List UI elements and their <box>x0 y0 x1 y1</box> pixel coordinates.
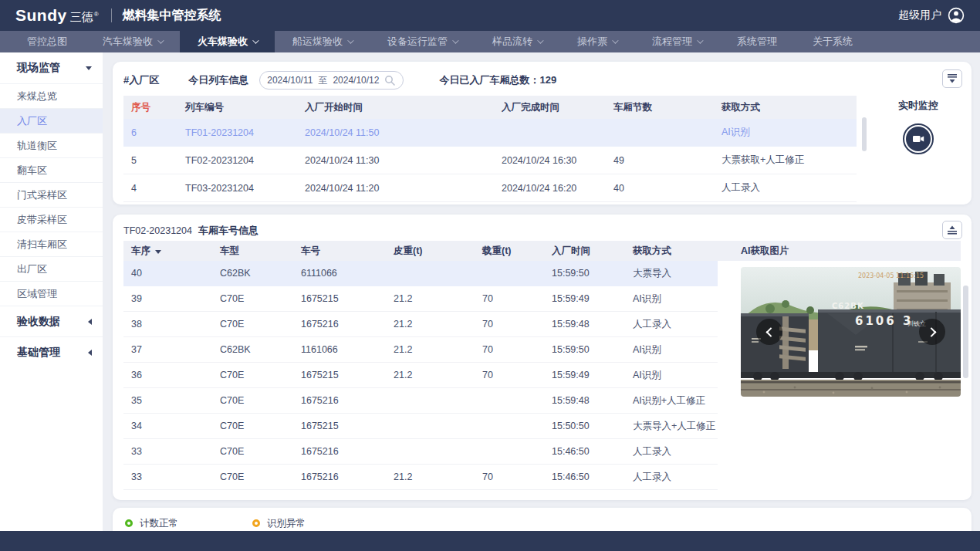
train-table-header: 序号 列车编号 入厂开始时间 入厂完成时间 车厢节数 获取方式 <box>123 96 857 119</box>
nav-tab-about[interactable]: 关于系统 <box>795 31 870 52</box>
cell-seq: 38 <box>123 319 212 330</box>
sidebar-item-belt-sampling[interactable]: 皮带采样区 <box>0 207 103 232</box>
wagon-row[interactable]: 33 C70E 1675216 15:46:50 人工录入 <box>123 439 718 465</box>
user-avatar-icon[interactable] <box>948 7 965 24</box>
cell-start-time: 2024/10/24 11:50 <box>297 127 494 138</box>
cell-seq: 34 <box>123 421 212 431</box>
nav-tab-overview[interactable]: 管控总图 <box>9 31 85 52</box>
cell-seq: 37 <box>123 344 212 355</box>
wagon-row[interactable]: 36 C70E 1675215 21.2 70 15:59:49 AI识别 <box>123 363 718 388</box>
wagon-row[interactable]: 39 C70E 1675215 21.2 70 15:59:49 AI识别 <box>123 286 718 312</box>
cell-train-code: TF01-20231204 <box>177 127 297 138</box>
sidebar-item-dumper-area[interactable]: 翻车区 <box>0 157 103 182</box>
cell-seq: 39 <box>123 293 212 304</box>
cell-time: 15:46:50 <box>544 446 625 457</box>
date-range-separator: 至 <box>318 74 327 87</box>
green-status-ring-icon <box>125 519 133 527</box>
nav-tab-ticket[interactable]: 操作票 <box>559 31 634 52</box>
sidebar-item-exit-area[interactable]: 出厂区 <box>0 256 103 281</box>
train-code-label: TF02-20231204 <box>123 225 192 236</box>
video-monitor-button[interactable] <box>903 123 934 154</box>
collapse-panel-button[interactable] <box>942 69 962 88</box>
sidebar-item-rail-scale-area[interactable]: 轨道衡区 <box>0 133 103 157</box>
cell-time: 15:46:50 <box>544 472 625 482</box>
wagon-row[interactable]: 37 C62BK 1161066 21.2 70 15:59:50 AI识别 <box>123 337 718 363</box>
sidebar-item-gantry-sampling[interactable]: 门式采样区 <box>0 182 103 207</box>
wagon-row[interactable]: 33 C70E 1675216 21.2 70 15:46:50 人工录入 <box>123 465 718 490</box>
carousel-next-button[interactable] <box>919 319 945 345</box>
sidebar-section-monitor[interactable]: 现场监管 <box>0 52 103 83</box>
cell-load: 70 <box>475 319 544 330</box>
date-range-picker[interactable]: 2024/10/11 至 2024/10/12 <box>259 71 404 90</box>
cell-start-time: 2024/10/24 11:20 <box>297 183 494 194</box>
cell-seq: 35 <box>123 395 212 406</box>
cell-load: 70 <box>475 472 544 482</box>
triangle-down-icon <box>86 66 92 70</box>
cell-method: 人工录入 <box>625 445 718 458</box>
cell-seq: 4 <box>123 183 177 194</box>
nav-tab-equipment[interactable]: 设备运行监管 <box>370 31 475 52</box>
cell-type: C70E <box>212 472 293 482</box>
wagon-info-panel: TF02-20231204 车厢车号信息 车序 车型 车号 皮重(t) 载重(t… <box>113 215 972 500</box>
wagon-row[interactable]: 35 C70E 1675216 15:59:48 AI识别+人工修正 <box>123 388 718 414</box>
cell-number: 1675215 <box>293 370 386 380</box>
sidebar-item-coal-overview[interactable]: 来煤总览 <box>0 83 103 108</box>
user-menu[interactable]: 超级用户 <box>898 7 965 24</box>
nav-tab-ship-coal[interactable]: 船运煤验收 <box>275 31 370 52</box>
cell-wagon-count: 49 <box>606 155 714 166</box>
train-row[interactable]: 5 TF02-20231204 2024/10/24 11:30 2024/10… <box>123 147 857 174</box>
cell-type: C62BK <box>212 268 293 279</box>
dock-down-icon <box>947 73 958 84</box>
cell-tare: 21.2 <box>386 344 475 355</box>
date-from-input[interactable]: 2024/10/11 <box>267 75 313 86</box>
wagon-row[interactable]: 40 C62BK 6111066 15:59:50 大票导入 <box>123 261 718 286</box>
main-nav: 管控总图 汽车煤验收 火车煤验收 船运煤验收 设备运行监管 样品流转 操作票 流… <box>0 31 980 52</box>
cell-end-time: 2024/10/24 16:20 <box>494 183 606 194</box>
cell-seq: 5 <box>123 155 177 166</box>
train-row[interactable]: 6 TF01-20231204 2024/10/24 11:50 AI识别 <box>123 119 857 147</box>
sidebar-item-entry-area[interactable]: 入厂区 <box>0 108 103 133</box>
expand-panel-button[interactable] <box>942 221 962 239</box>
sort-descending-icon[interactable] <box>155 250 161 254</box>
cell-method: AI识别 <box>625 292 718 306</box>
train-table: 序号 列车编号 入厂开始时间 入厂完成时间 车厢节数 获取方式 6 TF01-2… <box>123 96 857 202</box>
train-row[interactable]: 4 TF03-20231204 2024/10/24 11:20 2024/10… <box>123 174 857 202</box>
footer-bar <box>0 531 980 551</box>
chevron-down-icon <box>697 37 703 43</box>
divider <box>111 8 112 22</box>
cell-load: 70 <box>475 344 544 355</box>
carousel-prev-button[interactable] <box>756 319 782 345</box>
cell-number: 1675216 <box>293 395 386 406</box>
nav-tab-sample-flow[interactable]: 样品流转 <box>475 31 559 52</box>
nav-tab-truck-coal[interactable]: 汽车煤验收 <box>85 31 180 52</box>
dock-up-icon <box>947 225 958 235</box>
panel-scrollbar[interactable] <box>963 286 968 378</box>
chevron-right-icon <box>926 327 936 337</box>
video-camera-icon <box>906 127 931 151</box>
cell-time: 15:59:49 <box>544 370 625 380</box>
cell-method: AI识别 <box>714 126 857 139</box>
cell-number: 1675216 <box>293 446 386 457</box>
nav-tab-train-coal[interactable]: 火车煤验收 <box>180 31 275 52</box>
cell-method: AI识别+人工修正 <box>625 394 718 407</box>
sidebar-section-acceptance[interactable]: 验收数据 <box>0 306 103 336</box>
top-header-bar: Sundy三德® 燃料集中管控系统 超级用户 <box>0 0 980 31</box>
sidebar-item-cleaning-area[interactable]: 清扫车厢区 <box>0 232 103 256</box>
wagon-row[interactable]: 34 C70E 1675215 15:50:50 大票导入+人工修正 <box>123 414 718 439</box>
wagon-row[interactable]: 38 C70E 1675216 21.2 70 15:59:48 人工录入 <box>123 312 718 337</box>
date-to-input[interactable]: 2024/10/12 <box>333 75 379 86</box>
table-scrollbar[interactable] <box>862 117 867 151</box>
nav-tab-system[interactable]: 系统管理 <box>719 31 795 52</box>
main-content: #入厂区 今日列车信息 2024/10/11 至 2024/10/12 今日已入… <box>103 52 980 551</box>
legend-count-normal: 计数正常 <box>125 517 178 530</box>
cell-seq: 33 <box>123 446 212 457</box>
wagon-table-header: 车序 车型 车号 皮重(t) 载重(t) 入厂时间 获取方式 AI获取图片 <box>123 241 961 261</box>
entry-area-panel: #入厂区 今日列车信息 2024/10/11 至 2024/10/12 今日已入… <box>113 62 972 205</box>
cell-wagon-count: 40 <box>606 183 714 194</box>
sidebar-section-basic[interactable]: 基础管理 <box>0 336 103 367</box>
search-icon[interactable] <box>384 75 396 86</box>
nav-tab-process[interactable]: 流程管理 <box>634 31 719 52</box>
wagon-table: 40 C62BK 6111066 15:59:50 大票导入 39 C70E 1… <box>123 261 718 490</box>
sidebar-item-region-mgmt[interactable]: 区域管理 <box>0 281 103 306</box>
cell-load: 70 <box>475 293 544 304</box>
